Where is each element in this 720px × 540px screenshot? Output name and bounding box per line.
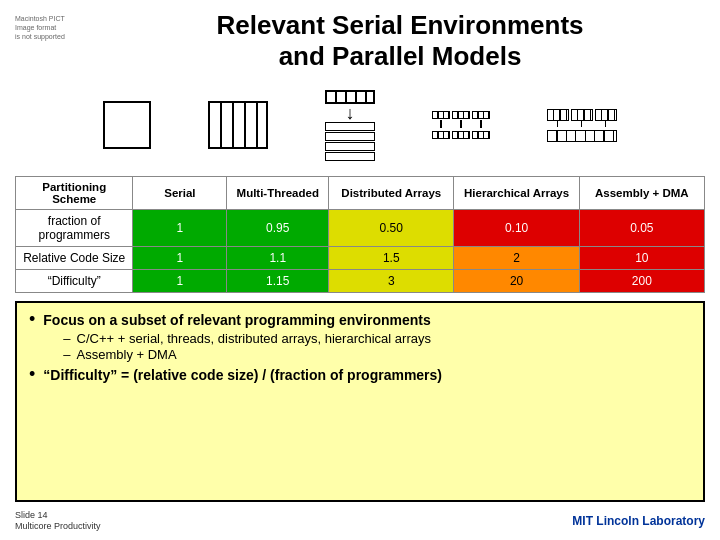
bullet-dot-2: • [29, 364, 35, 386]
table-header-row: Partitioning Scheme Serial Multi-Threade… [16, 177, 705, 210]
bullets-box: • Focus on a subset of relevant programm… [15, 301, 705, 501]
bullet-text-2: “Difficulty” = (relative code size) / (f… [43, 366, 442, 386]
data-table: Partitioning Scheme Serial Multi-Threade… [15, 176, 705, 293]
diagram-assembly [547, 109, 617, 142]
bullet-text-1: Focus on a subset of relevant programmin… [43, 311, 431, 331]
row3-val1: 1 [133, 270, 227, 293]
diagram-distributed: ↓ [325, 90, 375, 161]
col-header-hier: Hierarchical Arrays [454, 177, 579, 210]
bullet-item-1: • Focus on a subset of relevant programm… [29, 311, 691, 363]
logo-text: Macintosh PICT [15, 15, 65, 22]
row1-label: fraction of programmers [16, 210, 133, 247]
logo-text2: Image format [15, 24, 56, 31]
sub-bullet-text: C/C++ + serial, threads, distributed arr… [77, 331, 431, 346]
header: Macintosh PICT Image format is not suppo… [15, 10, 705, 72]
row1-val4: 0.10 [454, 210, 579, 247]
diagram-multi [208, 101, 268, 149]
row3-val3: 3 [329, 270, 454, 293]
row1-val2: 0.95 [227, 210, 329, 247]
serial-icon [103, 101, 151, 149]
row2-val5: 10 [579, 247, 704, 270]
sub-bullet-text: Assembly + DMA [77, 347, 177, 362]
title-area: Relevant Serial Environments and Paralle… [95, 10, 705, 72]
footer-brand: MIT Lincoln Laboratory [572, 514, 705, 528]
diagram-hierarchical [432, 111, 490, 139]
asm-bottom-rect [547, 130, 617, 142]
row1-val3: 0.50 [329, 210, 454, 247]
arrow-down-icon: ↓ [345, 104, 354, 122]
logo-area: Macintosh PICT Image format is not suppo… [15, 14, 95, 41]
dist-top-icon [325, 90, 375, 104]
slide-label: Slide 14 [15, 510, 101, 522]
row2-val2: 1.1 [227, 247, 329, 270]
row1-val1: 1 [133, 210, 227, 247]
slide-sub: Multicore Productivity [15, 521, 101, 533]
row2-val3: 1.5 [329, 247, 454, 270]
row3-val4: 20 [454, 270, 579, 293]
col-header-asm: Assembly + DMA [579, 177, 704, 210]
diagrams-row: ↓ [15, 80, 705, 170]
footer-slide-info: Slide 14 Multicore Productivity [15, 510, 101, 533]
bullet-item-2: • “Difficulty” = (relative code size) / … [29, 366, 691, 386]
bullet-dot-1: • [29, 309, 35, 331]
col-header-serial: Serial [133, 177, 227, 210]
logo-text3: is not supported [15, 33, 65, 40]
sub-bullet-item: – C/C++ + serial, threads, distributed a… [63, 331, 431, 346]
row3-label: “Difficulty” [16, 270, 133, 293]
row3-val5: 200 [579, 270, 704, 293]
table-row: “Difficulty” 1 1.15 3 20 200 [16, 270, 705, 293]
sub-bullets-1: – C/C++ + serial, threads, distributed a… [63, 331, 431, 362]
table-row: fraction of programmers 1 0.95 0.50 0.10… [16, 210, 705, 247]
table-row: Relative Code Size 1 1.1 1.5 2 10 [16, 247, 705, 270]
col-header-multi: Multi-Threaded [227, 177, 329, 210]
sub-bullet-item: – Assembly + DMA [63, 347, 431, 362]
multi-threaded-icon [208, 101, 268, 149]
row2-label: Relative Code Size [16, 247, 133, 270]
col-header-dist: Distributed Arrays [329, 177, 454, 210]
dist-stacked-icon [325, 122, 375, 161]
row1-val5: 0.05 [579, 210, 704, 247]
row2-val4: 2 [454, 247, 579, 270]
footer: Slide 14 Multicore Productivity MIT Linc… [15, 508, 705, 535]
diagram-serial [103, 101, 151, 149]
row2-val1: 1 [133, 247, 227, 270]
col-header-partitioning: Partitioning Scheme [16, 177, 133, 210]
page-title: Relevant Serial Environments and Paralle… [95, 10, 705, 72]
row3-val2: 1.15 [227, 270, 329, 293]
